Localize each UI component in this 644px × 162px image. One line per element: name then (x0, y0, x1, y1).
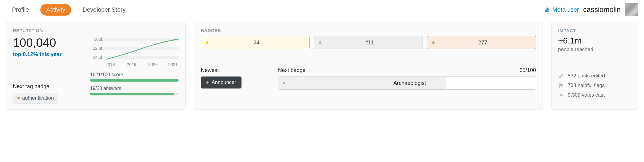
activity-cards: REPUTATION 100,040 top 0.12% this year 1… (6, 22, 638, 110)
tab-profile[interactable]: Profile (6, 4, 35, 16)
reputation-chart[interactable]: 100k 62.3k 24.5k 2018 2019 2020 2021 (90, 36, 179, 72)
meta-user-link[interactable]: Meta user (544, 6, 579, 13)
avatar[interactable] (625, 3, 638, 16)
next-badge-name: Archaeologist (288, 80, 531, 86)
silver-badge-count: 211 (321, 40, 418, 46)
votes-cast-text: 9,309 votes cast (568, 92, 605, 98)
bronze-dot-icon (17, 97, 20, 99)
username[interactable]: cassiomolin (583, 5, 621, 14)
reputation-title: REPUTATION (13, 28, 179, 33)
answers-progress-label: 19/20 answers (90, 86, 179, 91)
posts-edited-text: 532 posts edited (568, 73, 605, 79)
score-progress[interactable]: 1621/100 score (90, 72, 179, 82)
posts-edited-row[interactable]: 532 posts edited (558, 73, 631, 79)
helpful-flags-row[interactable]: 703 helpful flags (558, 82, 631, 88)
answers-progress[interactable]: 19/20 answers (90, 86, 179, 95)
badges-title: BADGES (201, 28, 536, 33)
people-reached-label: people reached (558, 46, 631, 52)
next-tag-badge-name: authentication (22, 95, 54, 101)
newest-label: Newest (201, 67, 219, 74)
next-badge-pill[interactable]: Archaeologist (278, 76, 536, 90)
reputation-card: REPUTATION 100,040 top 0.12% this year 1… (6, 22, 186, 110)
reputation-value: 100,040 (13, 36, 82, 50)
newest-badge-name: Announcer (212, 80, 236, 86)
impact-title: IMPACT (558, 28, 631, 33)
svg-rect-2 (104, 56, 179, 59)
tab-developer-story[interactable]: Developer Story (77, 4, 131, 16)
flag-icon (558, 82, 564, 88)
tab-activity[interactable]: Activity (40, 4, 71, 16)
bronze-dot-icon (206, 81, 209, 84)
chart-xtick-3: 2021 (168, 62, 178, 67)
next-tag-badge-label: Next tag badge (13, 83, 82, 90)
profile-tabs: Profile Activity Developer Story (6, 4, 131, 16)
gold-badge-tile[interactable]: 24 (201, 36, 310, 49)
badges-card: BADGES 24 211 277 Newest An (194, 22, 543, 110)
silver-dot-icon (283, 82, 285, 84)
top-right: Meta user cassiomolin (544, 3, 638, 16)
impact-card: IMPACT ~6.1m people reached 532 posts ed… (551, 22, 638, 110)
next-badge-label: Next badge (278, 67, 306, 74)
pencil-icon (558, 73, 564, 79)
chart-xtick-1: 2019 (127, 62, 136, 67)
vote-up-icon (558, 92, 564, 98)
top-bar: Profile Activity Developer Story Meta us… (6, 0, 638, 22)
votes-cast-row[interactable]: 9,309 votes cast (558, 92, 631, 98)
bronze-dot-icon (432, 41, 435, 44)
chart-xtick-2: 2020 (148, 62, 158, 67)
people-reached-count: ~6.1m (558, 36, 631, 46)
gold-badge-count: 24 (208, 40, 305, 46)
silver-dot-icon (319, 41, 321, 44)
gold-dot-icon (206, 41, 208, 44)
chart-ytick-1: 62.3k (93, 46, 104, 51)
next-tag-badge-pill[interactable]: authentication (13, 93, 58, 104)
newest-badge-pill[interactable]: Announcer (201, 76, 242, 88)
chart-ytick-0: 24.5k (93, 55, 104, 60)
silver-badge-tile[interactable]: 211 (314, 36, 423, 49)
meta-user-label: Meta user (552, 6, 579, 13)
chart-ytick-2: 100k (94, 37, 104, 42)
reputation-rank-link[interactable]: top 0.12% this year (13, 51, 82, 58)
bronze-badge-count: 277 (435, 40, 531, 46)
chart-xtick-0: 2018 (105, 62, 115, 67)
stackoverflow-meta-icon (544, 7, 550, 13)
helpful-flags-text: 703 helpful flags (568, 82, 605, 88)
bronze-badge-tile[interactable]: 277 (427, 36, 536, 49)
next-badge-progress: 65/100 (520, 67, 536, 74)
score-progress-label: 1621/100 score (90, 72, 179, 77)
